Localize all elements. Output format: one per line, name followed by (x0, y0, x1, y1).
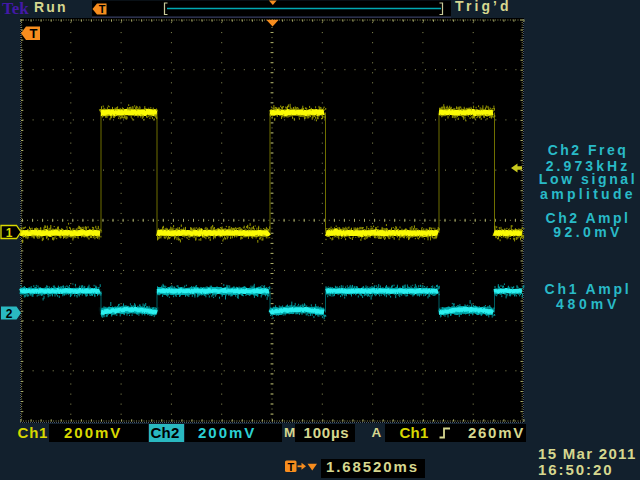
svg-text:2: 2 (6, 307, 13, 321)
svg-text:T: T (287, 461, 294, 473)
svg-text:T: T (30, 26, 38, 41)
svg-text:1: 1 (6, 226, 13, 240)
svg-text:T: T (99, 3, 106, 15)
